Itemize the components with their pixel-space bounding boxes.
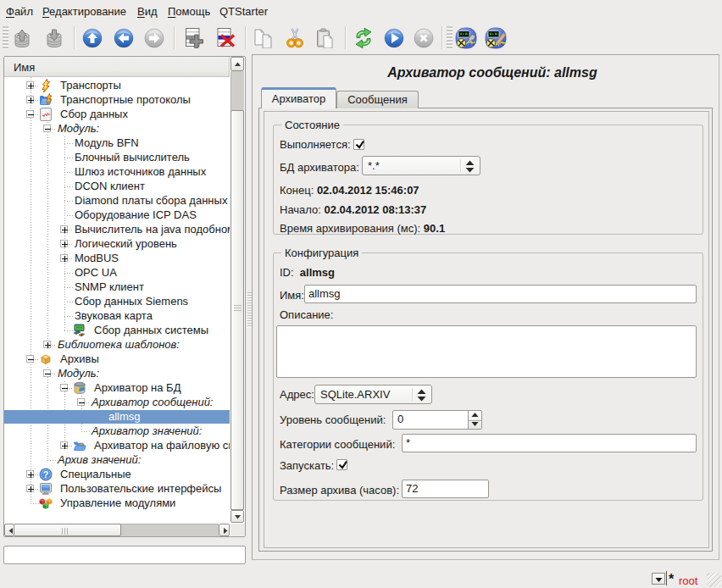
svg-text:?: ? [43, 469, 48, 480]
